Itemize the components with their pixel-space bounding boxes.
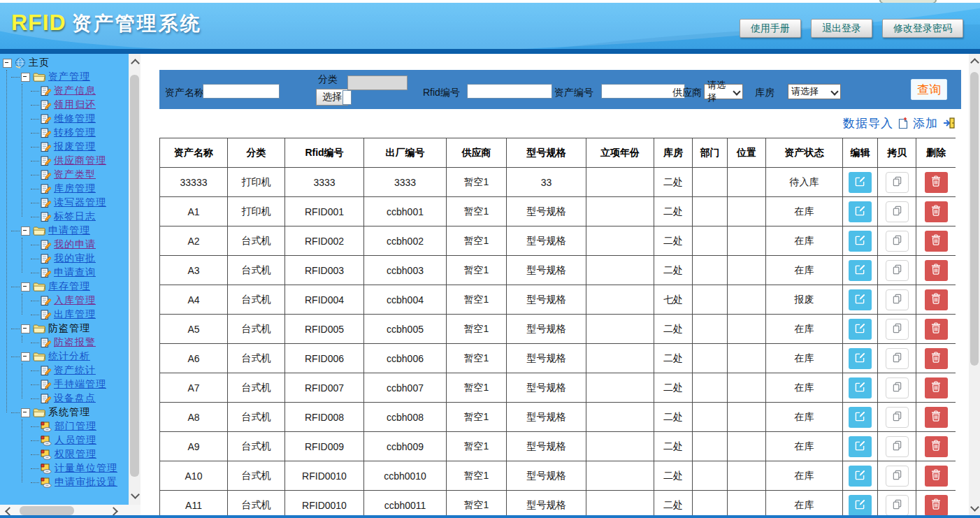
- sidebar-item-label[interactable]: 我的审批: [54, 252, 96, 265]
- delete-button[interactable]: [925, 348, 948, 369]
- delete-button[interactable]: [925, 172, 948, 193]
- sidebar-item-label[interactable]: 人员管理: [55, 434, 96, 447]
- user-manual-button[interactable]: 使用手册: [740, 19, 801, 38]
- sidebar-item-label[interactable]: 防盗报警: [54, 336, 96, 349]
- scrollbar-thumb[interactable]: [130, 75, 139, 477]
- delete-button[interactable]: [925, 201, 948, 222]
- sidebar-item-label[interactable]: 申请管理: [48, 224, 90, 237]
- logout-button[interactable]: 退出登录: [811, 19, 872, 38]
- edit-button[interactable]: [849, 466, 872, 487]
- main-vertical-scrollbar[interactable]: [969, 54, 980, 515]
- edit-button[interactable]: [849, 231, 872, 252]
- copy-button[interactable]: [886, 348, 909, 369]
- edit-button[interactable]: [849, 201, 872, 222]
- delete-button[interactable]: [925, 436, 948, 457]
- supplier-label: 供应商: [672, 87, 702, 99]
- tree-collapse-toggle[interactable]: [21, 226, 30, 236]
- sidebar-item-label[interactable]: 标签日志: [54, 210, 96, 223]
- data-import-link[interactable]: 数据导入: [843, 115, 893, 131]
- copy-button[interactable]: [886, 201, 909, 222]
- edit-button[interactable]: [849, 495, 872, 516]
- sidebar-item-label[interactable]: 入库管理: [54, 294, 96, 307]
- delete-button[interactable]: [925, 231, 948, 252]
- sidebar-item-label[interactable]: 供应商管理: [54, 154, 106, 167]
- sidebar-item-label[interactable]: 资产类型: [54, 168, 96, 181]
- warehouse-select[interactable]: 请选择: [788, 84, 841, 99]
- category-display-input[interactable]: [347, 75, 408, 90]
- sidebar-vertical-scrollbar[interactable]: [129, 54, 140, 505]
- sidebar-item-label[interactable]: 计量单位管理: [55, 462, 117, 475]
- add-link[interactable]: 添加: [913, 115, 938, 131]
- tree-collapse-toggle[interactable]: [21, 73, 30, 82]
- scroll-up-arrow-icon[interactable]: [131, 59, 140, 68]
- sidebar-item-label[interactable]: 资产信息: [54, 85, 96, 97]
- delete-button[interactable]: [925, 319, 948, 340]
- sidebar-item-label[interactable]: 权限管理: [55, 448, 96, 461]
- sidebar-item-label[interactable]: 申请审批设置: [55, 476, 117, 489]
- copy-button[interactable]: [886, 407, 909, 428]
- sidebar-item-label[interactable]: 我的申请: [54, 238, 96, 251]
- copy-button[interactable]: [886, 495, 909, 516]
- sidebar-item-label[interactable]: 读写器管理: [54, 196, 106, 209]
- copy-button[interactable]: [886, 289, 909, 310]
- sidebar-item-label[interactable]: 维修管理: [54, 113, 96, 125]
- sidebar-item-label[interactable]: 防盗管理: [48, 322, 90, 335]
- tree-collapse-toggle[interactable]: [21, 352, 30, 361]
- sidebar-item-label[interactable]: 出库管理: [54, 308, 96, 321]
- change-password-button[interactable]: 修改登录密码: [882, 19, 963, 38]
- sidebar-item-label[interactable]: 手持端管理: [54, 378, 106, 391]
- tree-collapse-toggle[interactable]: [21, 324, 30, 333]
- scroll-down-arrow-icon[interactable]: [970, 503, 979, 512]
- delete-button[interactable]: [925, 289, 948, 310]
- edit-button[interactable]: [849, 260, 872, 281]
- sidebar-item-label[interactable]: 申请查询: [54, 266, 96, 279]
- table-cell: RFID002: [285, 226, 364, 256]
- delete-button[interactable]: [925, 377, 948, 398]
- category-small-input[interactable]: [343, 90, 352, 105]
- sidebar-item-label[interactable]: 库存管理: [48, 280, 90, 293]
- scrollbar-thumb[interactable]: [20, 506, 74, 515]
- copy-button[interactable]: [886, 172, 909, 193]
- exit-door-icon[interactable]: [943, 117, 956, 129]
- delete-button[interactable]: [925, 466, 948, 487]
- sidebar-item-label[interactable]: 系统管理: [48, 406, 90, 419]
- tree-collapse-toggle[interactable]: [21, 408, 30, 417]
- sidebar-item-label[interactable]: 资产统计: [54, 364, 96, 377]
- sidebar-item-label[interactable]: 设备盘点: [54, 392, 96, 405]
- scroll-left-arrow-icon[interactable]: [5, 507, 14, 516]
- copy-button[interactable]: [886, 319, 909, 340]
- delete-button[interactable]: [925, 495, 948, 516]
- sidebar-item-label[interactable]: 主页: [29, 57, 50, 69]
- sidebar-item-label[interactable]: 领用归还: [54, 99, 96, 111]
- edit-button[interactable]: [849, 172, 872, 193]
- supplier-select[interactable]: 请选择: [704, 84, 743, 99]
- copy-button[interactable]: [886, 436, 909, 457]
- copy-button[interactable]: [886, 231, 909, 252]
- edit-button[interactable]: [849, 407, 872, 428]
- scroll-up-arrow-icon[interactable]: [970, 58, 979, 67]
- scrollbar-thumb[interactable]: [970, 72, 979, 366]
- edit-button[interactable]: [849, 348, 872, 369]
- sidebar-item-label[interactable]: 报废管理: [54, 141, 96, 153]
- delete-button[interactable]: [925, 260, 948, 281]
- copy-button[interactable]: [886, 260, 909, 281]
- tree-collapse-toggle[interactable]: [3, 59, 12, 68]
- sidebar-item-label[interactable]: 转移管理: [54, 127, 96, 139]
- copy-button[interactable]: [886, 377, 909, 398]
- tree-collapse-toggle[interactable]: [21, 282, 30, 292]
- sidebar-item-label[interactable]: 库房管理: [54, 182, 96, 195]
- sidebar-item-label[interactable]: 统计分析: [48, 350, 90, 363]
- rfid-number-input[interactable]: [467, 84, 552, 99]
- copy-button[interactable]: [886, 466, 909, 487]
- edit-button[interactable]: [849, 289, 872, 310]
- sidebar-item-label[interactable]: 部门管理: [55, 420, 96, 433]
- edit-button[interactable]: [849, 319, 872, 340]
- sidebar-item-label[interactable]: 资产管理: [48, 71, 90, 83]
- scroll-down-arrow-icon[interactable]: [131, 490, 140, 499]
- scroll-right-arrow-icon[interactable]: [109, 507, 118, 516]
- delete-button[interactable]: [925, 407, 948, 428]
- query-button[interactable]: 查询: [911, 79, 947, 100]
- edit-button[interactable]: [849, 377, 872, 398]
- asset-name-input[interactable]: [203, 84, 280, 99]
- edit-button[interactable]: [849, 436, 872, 457]
